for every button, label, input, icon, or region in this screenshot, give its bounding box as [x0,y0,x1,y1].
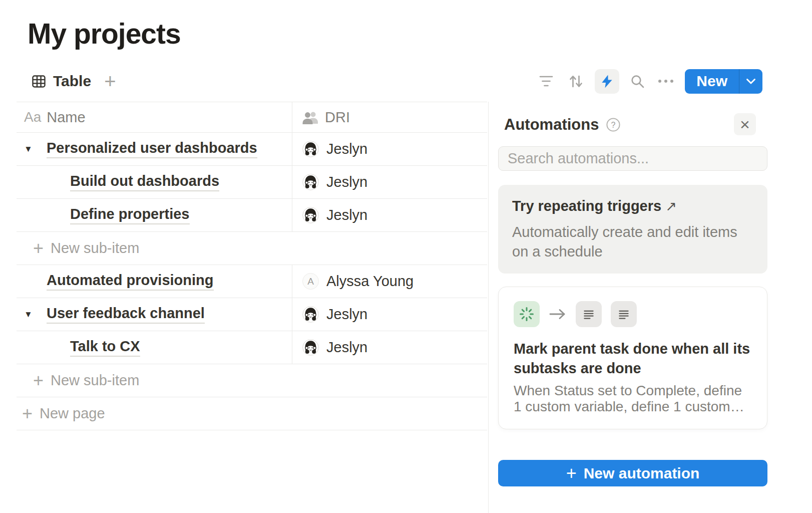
column-header-name[interactable]: Aa Name [17,102,292,132]
jeslyn-avatar [302,339,319,356]
table-row: Build out dashboards Jeslyn [17,165,487,198]
name-cell: Automated provisioning [17,265,292,298]
toggle-open-icon[interactable]: ▼ [24,310,47,320]
table-row: Talk to CX Jeslyn [17,331,487,364]
dri-name: Jeslyn [326,174,367,190]
status-spinner-icon [514,301,540,327]
dri-cell[interactable]: A Alyssa Young [292,265,487,298]
dri-name: Jeslyn [326,207,367,223]
projects-table: Aa Name DRI ▼ Personalized user dashboar… [17,102,487,430]
panel-title: Automations [504,116,599,134]
toolbar: New [539,69,762,94]
plus-icon: + [33,238,44,259]
edit-property-icon [611,301,637,327]
svg-text:?: ? [611,121,616,129]
promo-body: Automatically create and edit items on a… [512,222,753,262]
dri-cell[interactable]: Jeslyn [292,331,487,364]
dri-cell[interactable]: Jeslyn [292,199,487,231]
table-bottom-border [17,430,487,430]
dri-cell[interactable]: Jeslyn [292,166,487,198]
automations-button[interactable] [595,69,619,94]
plus-icon: + [566,463,577,484]
jeslyn-avatar [302,306,319,323]
automation-description: When Status set to Complete, define 1 cu… [514,383,752,415]
new-dropdown-button[interactable] [739,69,762,94]
edit-property-icon [576,301,602,327]
notion-page: My projects Table + [0,0,812,513]
plus-icon: + [22,403,33,424]
dri-cell[interactable]: Jeslyn [292,133,487,165]
dri-cell[interactable]: Jeslyn [292,298,487,331]
page-link[interactable]: Define properties [70,206,190,224]
page-link[interactable]: Automated provisioning [47,272,214,291]
automation-card[interactable]: Mark parent task done when all its subta… [498,287,767,429]
filter-icon[interactable] [539,75,553,87]
name-cell: ▼ User feedback channel [17,298,292,331]
name-cell: Talk to CX [17,331,292,364]
column-header-dri[interactable]: DRI [292,102,487,132]
new-sub-item-row[interactable]: + New sub-item [17,231,487,265]
page-link[interactable]: Build out dashboards [70,173,219,191]
chevron-down-icon [746,78,756,85]
text-property-icon: Aa [24,109,41,125]
arrow-ne-icon: ↗ [665,199,677,214]
new-sub-item-label: New sub-item [51,372,139,389]
jeslyn-avatar [302,207,319,223]
table-row: ▼ User feedback channel Jeslyn [17,298,487,331]
page-link[interactable]: User feedback channel [47,305,205,324]
help-icon[interactable]: ? [606,117,621,132]
new-button[interactable]: New [685,69,739,94]
column-label-name: Name [47,109,85,126]
dri-name: Jeslyn [326,339,367,356]
jeslyn-avatar [302,174,319,190]
new-page-row[interactable]: + New page [17,397,487,430]
table-header-row: Aa Name DRI [17,102,487,132]
page-link[interactable]: Talk to CX [70,338,140,357]
close-icon[interactable]: × [734,113,756,135]
automation-icon-row [514,301,752,327]
dri-name: Jeslyn [326,141,367,157]
table-row: Automated provisioning A Alyssa Young [17,265,487,298]
name-cell: Build out dashboards [17,166,292,198]
new-sub-item-label: New sub-item [51,240,139,256]
repeating-triggers-card[interactable]: Try repeating triggers↗ Automatically cr… [498,185,767,274]
new-sub-item-row[interactable]: + New sub-item [17,364,487,397]
new-page-label: New page [40,405,105,422]
promo-title: Try repeating triggers↗ [512,197,753,215]
name-cell: ▼ Personalized user dashboards [17,133,292,165]
table-row: ▼ Personalized user dashboards Jeslyn [17,132,487,165]
automation-title: Mark parent task done when all its subta… [514,339,752,378]
table-grid-icon [32,74,46,89]
arrow-right-icon [549,308,567,320]
plus-icon: + [33,370,44,391]
lightning-icon [599,74,615,89]
dri-name: Jeslyn [326,306,367,323]
new-automation-label: New automation [584,465,700,482]
panel-header: Automations ? × [498,114,767,135]
page-title[interactable]: My projects [28,17,181,50]
tab-table-view[interactable]: Table [32,73,91,90]
new-automation-button[interactable]: + New automation [498,460,767,486]
dri-name: Alyssa Young [326,273,414,290]
toggle-open-icon[interactable]: ▼ [24,144,47,154]
automations-panel: Automations ? × Try repeating triggers↗ … [498,114,767,429]
table-row: Define properties Jeslyn [17,198,487,231]
view-bar: Table + [32,69,116,93]
more-options-icon[interactable] [658,79,674,83]
alyssa-avatar: A [302,273,319,290]
panel-divider [488,102,489,513]
column-label-dri: DRI [325,109,350,126]
people-property-icon [302,111,319,124]
add-view-icon[interactable]: + [104,71,116,91]
new-button-group: New [685,69,762,94]
name-cell: Define properties [17,199,292,231]
view-tab-label: Table [53,73,91,90]
page-link[interactable]: Personalized user dashboards [47,140,257,158]
sort-icon[interactable] [568,74,584,89]
search-icon[interactable] [630,74,645,89]
search-automations-input[interactable] [498,146,767,171]
jeslyn-avatar [302,141,319,157]
